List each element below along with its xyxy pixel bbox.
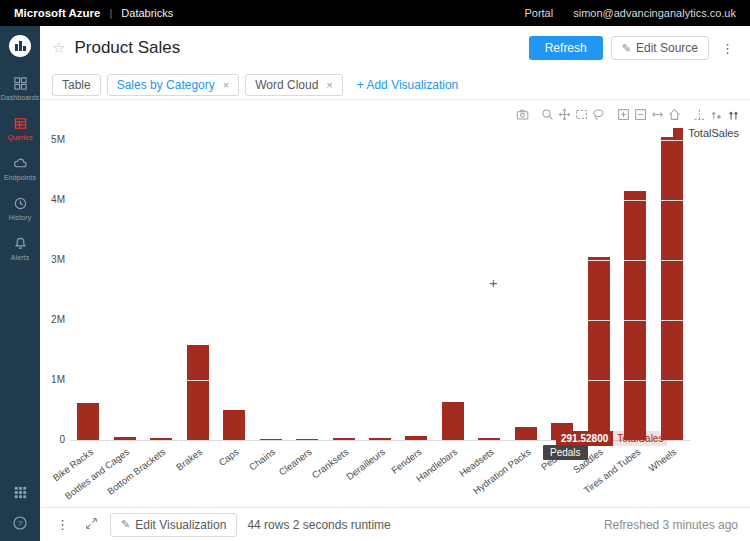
add-visualization-button[interactable]: + Add Visualization — [357, 78, 459, 92]
user-email-link[interactable]: simon@advancinganalytics.co.uk — [573, 7, 736, 19]
gridline — [70, 200, 690, 201]
tab-label: Word Cloud — [255, 78, 318, 92]
y-tick-label: 0 — [40, 434, 65, 445]
sidebar-nav: Dashboards Queries Endpoints History — [0, 68, 40, 268]
expand-visualization-button[interactable] — [83, 515, 100, 535]
sidebar-item-dashboards[interactable]: Dashboards — [0, 68, 40, 108]
y-tick-label: 5M — [40, 134, 65, 145]
top-bar: Microsoft Azure | Databricks Portal simo… — [0, 0, 750, 26]
gridline — [70, 140, 690, 141]
axis-hover-badge: Pedals — [543, 445, 588, 460]
sidebar-item-label: Alerts — [11, 254, 30, 261]
pencil-icon — [121, 518, 130, 531]
bar-handlebars[interactable] — [442, 402, 464, 440]
x-tick-label: Bottles and Cages — [63, 446, 132, 502]
help-icon: ? — [12, 515, 28, 531]
refreshed-status: Refreshed 3 minutes ago — [604, 518, 738, 532]
pencil-icon — [622, 42, 631, 55]
x-tick-label: Cleaners — [277, 446, 314, 478]
brand-separator: | — [109, 7, 112, 19]
gridline — [70, 320, 690, 321]
tab-label: Table — [62, 78, 91, 92]
dashboards-icon — [13, 76, 28, 91]
expand-icon — [85, 517, 98, 533]
portal-link[interactable]: Portal — [524, 7, 553, 19]
close-tab-icon[interactable] — [326, 79, 332, 91]
tab-label: Sales by Category — [117, 78, 215, 92]
runtime-status: 44 rows 2 seconds runtime — [247, 518, 390, 532]
bar-headsets[interactable] — [478, 438, 500, 440]
favorite-star-icon[interactable] — [52, 39, 65, 57]
sidebar-item-label: Dashboards — [1, 94, 40, 101]
edit-visualization-button[interactable]: Edit Visualization — [110, 513, 237, 537]
x-tick-label: Wheels — [646, 446, 678, 474]
edit-source-label: Edit Source — [636, 41, 698, 55]
footer-more-options-button[interactable] — [52, 515, 73, 534]
results-footer: Edit Visualization 44 rows 2 seconds run… — [40, 507, 750, 541]
page-title: Product Sales — [74, 38, 180, 58]
visualization-tabs: Table Sales by Category Word Cloud + Add… — [40, 70, 750, 100]
sidebar-item-alerts[interactable]: Alerts — [0, 228, 40, 268]
bar-cleaners[interactable] — [296, 439, 318, 440]
bar-fenders[interactable] — [405, 436, 427, 440]
x-tick-label: Caps — [216, 446, 240, 468]
edit-visualization-label: Edit Visualization — [135, 518, 226, 532]
queries-icon — [13, 116, 28, 131]
close-tab-icon[interactable] — [223, 79, 229, 91]
sidebar: Dashboards Queries Endpoints History — [0, 26, 40, 541]
sidebar-item-label: Queries — [7, 134, 32, 141]
svg-text:?: ? — [18, 519, 23, 528]
tab-word-cloud[interactable]: Word Cloud — [245, 74, 343, 96]
apps-grid-button[interactable] — [12, 485, 28, 500]
endpoints-cloud-icon — [13, 156, 28, 171]
more-options-button[interactable] — [717, 39, 738, 58]
bar-bike-racks[interactable] — [77, 403, 99, 440]
sidebar-item-queries[interactable]: Queries — [0, 108, 40, 148]
bar-saddles[interactable] — [588, 257, 610, 440]
chart-area: TotalSales 01M2M3M4M5MBike RacksBottles … — [40, 100, 750, 507]
brand-microsoft-azure[interactable]: Microsoft Azure — [14, 7, 100, 19]
hover-tooltip: 291.52800 TotalSales — [556, 431, 667, 446]
history-clock-icon — [13, 196, 28, 211]
tooltip-series-label: TotalSales — [613, 431, 667, 446]
bar-bottles-and-cages[interactable] — [114, 437, 136, 440]
bar-chains[interactable] — [260, 439, 282, 440]
sidebar-item-endpoints[interactable]: Endpoints — [0, 148, 40, 188]
bar-caps[interactable] — [223, 410, 245, 440]
alerts-bell-icon — [13, 236, 28, 251]
x-tick-label: Cranksets — [309, 446, 350, 481]
crosshair-cursor — [489, 274, 498, 291]
bar-cranksets[interactable] — [333, 438, 355, 440]
sidebar-item-label: Endpoints — [4, 174, 36, 181]
brand-databricks[interactable]: Databricks — [121, 7, 173, 19]
page-header: Product Sales Refresh Edit Source — [40, 26, 750, 70]
tab-sales-by-category[interactable]: Sales by Category — [107, 74, 240, 96]
y-tick-label: 4M — [40, 194, 65, 205]
sidebar-item-label: History — [9, 214, 31, 221]
y-tick-label: 1M — [40, 374, 65, 385]
tooltip-value: 291.52800 — [556, 431, 613, 446]
bar-wheels[interactable] — [661, 137, 683, 440]
bar-bottom-brackets[interactable] — [150, 438, 172, 440]
x-tick-label: Brakes — [174, 446, 204, 473]
y-tick-label: 2M — [40, 314, 65, 325]
x-tick-label: Derailleurs — [344, 446, 387, 482]
bar-hydration-packs[interactable] — [515, 427, 537, 440]
gridline — [70, 260, 690, 261]
x-tick-label: Chains — [247, 446, 277, 473]
databricks-sql-logo-icon[interactable] — [8, 34, 32, 58]
bar-brakes[interactable] — [187, 345, 209, 440]
y-tick-label: 3M — [40, 254, 65, 265]
sidebar-item-history[interactable]: History — [0, 188, 40, 228]
gridline — [70, 380, 690, 381]
help-button[interactable]: ? — [12, 515, 28, 531]
tab-table[interactable]: Table — [52, 74, 101, 96]
bar-tires-and-tubes[interactable] — [624, 191, 646, 440]
apps-grid-icon — [13, 485, 28, 500]
edit-source-button[interactable]: Edit Source — [611, 36, 709, 60]
bar-derailleurs[interactable] — [369, 438, 391, 440]
refresh-button[interactable]: Refresh — [529, 36, 603, 60]
